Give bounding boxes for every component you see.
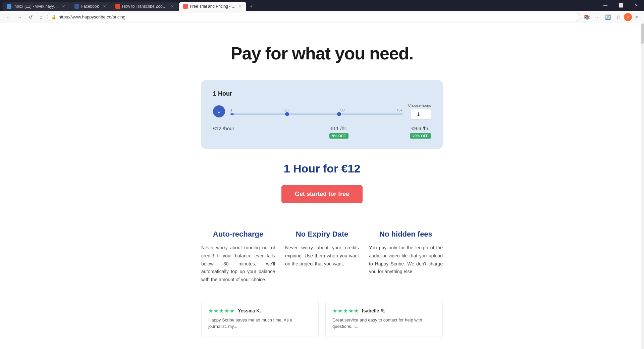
- tab-favicon-facebook: [74, 4, 79, 9]
- window-controls: — ⬜ ✕: [598, 0, 644, 11]
- stars-yessica: ★ ★ ★ ★ ★: [208, 308, 234, 314]
- minimize-button[interactable]: —: [598, 0, 613, 11]
- star-i-2: ★: [338, 308, 342, 314]
- tab-close-pricing[interactable]: ✕: [238, 4, 242, 9]
- slider-dot-25: [285, 112, 289, 116]
- stars-isabelle: ★ ★ ★ ★ ★: [332, 308, 359, 314]
- page-title: Pay for what you need.: [201, 43, 443, 63]
- pricing-tiers: €12 /hour €11 /hr. 9% OFF €9.6 /hr. 20% …: [213, 126, 431, 139]
- tab-pricing[interactable]: Free Trial and Pricing - Transc... ✕: [179, 2, 246, 11]
- bookmarks-button[interactable]: 📚: [582, 13, 592, 21]
- feature-title-auto-recharge: Auto-recharge: [201, 230, 275, 239]
- tab-facebook[interactable]: Facebook ✕: [70, 2, 111, 11]
- main-section: Pay for what you need. 1 Hour ‹ › 1 25 5…: [195, 23, 449, 349]
- review-text-yessica: Happy Scribe saves me so much time. As a…: [208, 317, 312, 330]
- star-5: ★: [230, 308, 234, 314]
- features-section: Auto-recharge Never worry about running …: [201, 223, 443, 301]
- slider-markers: 1 25 50 75+: [230, 108, 403, 112]
- star-i-4: ★: [348, 308, 353, 314]
- new-tab-button[interactable]: +: [247, 2, 255, 11]
- slider-row: ‹ › 1 25 50 75+: [213, 103, 431, 119]
- feature-no-hidden-fees: No hidden fees You pay only for the leng…: [369, 230, 443, 284]
- cta-button[interactable]: Get started for free: [281, 185, 363, 203]
- tier-11: €11 /hr. 9% OFF: [329, 126, 348, 139]
- forward-button[interactable]: →: [15, 13, 24, 21]
- feature-desc-auto-recharge: Never worry about running out of credit!…: [201, 244, 275, 284]
- choose-hours-input: Choose hours: [408, 103, 431, 119]
- browser-toolbar: ← → ↺ ⌂ 🔒 📚 ⋯ 🔄 ☆ V ≡: [0, 11, 644, 23]
- star-2: ★: [214, 308, 218, 314]
- tab-label-zoom: How to Transcribe Zoom Reco...: [122, 4, 168, 9]
- tab-label-facebook: Facebook: [81, 4, 100, 9]
- slider-track[interactable]: [230, 113, 403, 115]
- address-bar: 🔒: [47, 13, 579, 21]
- sync-icon[interactable]: 🔄: [603, 13, 613, 21]
- feature-desc-no-hidden-fees: You pay only for the length of the audio…: [369, 244, 443, 276]
- marker-1: 1: [230, 108, 232, 112]
- review-text-isabelle: Great service and easy to contact for he…: [332, 317, 436, 330]
- marker-50: 50: [340, 108, 344, 112]
- chevron-right-icon: ›: [219, 109, 221, 114]
- tab-label-pricing: Free Trial and Pricing - Transc...: [190, 4, 236, 9]
- pricing-summary: 1 Hour for €12: [201, 162, 443, 175]
- reload-button[interactable]: ↺: [27, 13, 35, 21]
- close-button[interactable]: ✕: [629, 0, 644, 11]
- feature-desc-no-expiry: Never worry about your credits expiring.…: [285, 244, 359, 268]
- hours-input[interactable]: [411, 109, 431, 119]
- user-avatar: V: [624, 13, 632, 21]
- maximize-button[interactable]: ⬜: [613, 0, 629, 11]
- star-4: ★: [224, 308, 229, 314]
- star-i-3: ★: [343, 308, 348, 314]
- reviews-section: ★ ★ ★ ★ ★ Yessica K. Happy Scribe saves …: [201, 301, 443, 344]
- star-i-5: ★: [354, 308, 359, 314]
- lock-icon: 🔒: [51, 15, 56, 19]
- tier-badge-20: 20% OFF: [410, 133, 431, 139]
- feature-title-no-expiry: No Expiry Date: [285, 230, 359, 239]
- extensions-button[interactable]: ⋯: [593, 13, 602, 21]
- hours-label: 1 Hour: [213, 90, 431, 97]
- tab-favicon-zoom: [115, 4, 120, 9]
- review-header-isabelle: ★ ★ ★ ★ ★ Isabelle R.: [332, 308, 436, 314]
- tab-favicon-pricing: [183, 4, 188, 9]
- tab-inbox[interactable]: Inbox (11) - vivek.nayyar1107@... ✕: [3, 2, 70, 11]
- url-input[interactable]: [58, 14, 575, 19]
- feature-no-expiry: No Expiry Date Never worry about your cr…: [285, 230, 359, 284]
- star-3: ★: [219, 308, 224, 314]
- tier-9-6: €9.6 /hr. 20% OFF: [410, 126, 431, 139]
- tab-close-zoom[interactable]: ✕: [170, 4, 174, 9]
- back-button[interactable]: ←: [4, 13, 13, 21]
- scrollbar-thumb[interactable]: [641, 23, 644, 44]
- star-1: ★: [208, 308, 213, 314]
- marker-25: 25: [284, 108, 288, 112]
- tier-badge-9: 9% OFF: [329, 133, 348, 139]
- reviewer-name-isabelle: Isabelle R.: [362, 308, 385, 313]
- tier-12: €12 /hour: [213, 126, 234, 139]
- slider-track-container: 1 25 50 75+: [230, 108, 403, 115]
- menu-button[interactable]: ≡: [633, 13, 640, 21]
- slider-handle[interactable]: ‹ ›: [213, 105, 225, 117]
- toolbar-actions: 📚 ⋯ 🔄 ☆ V ≡: [582, 13, 640, 21]
- feature-auto-recharge: Auto-recharge Never worry about running …: [201, 230, 275, 284]
- summary-text: 1 Hour for €12: [201, 162, 443, 175]
- reviewer-name-yessica: Yessica K.: [238, 308, 261, 313]
- review-yessica: ★ ★ ★ ★ ★ Yessica K. Happy Scribe saves …: [201, 301, 319, 337]
- tier-price-12: €12 /hour: [213, 126, 234, 131]
- slider-fill: [230, 113, 234, 115]
- choose-hours-label: Choose hours: [408, 103, 431, 107]
- scrollbar[interactable]: [641, 23, 644, 349]
- tab-close-inbox[interactable]: ✕: [61, 4, 66, 9]
- tab-favicon-inbox: [7, 4, 11, 9]
- tier-price-9-6: €9.6 /hr.: [411, 126, 429, 131]
- tab-close-facebook[interactable]: ✕: [102, 4, 107, 9]
- tab-zoom[interactable]: How to Transcribe Zoom Reco... ✕: [111, 2, 178, 11]
- review-isabelle: ★ ★ ★ ★ ★ Isabelle R. Great service and …: [325, 301, 443, 337]
- star-i-1: ★: [332, 308, 337, 314]
- tier-price-11: €11 /hr.: [330, 126, 347, 131]
- tab-label-inbox: Inbox (11) - vivek.nayyar1107@...: [13, 4, 59, 9]
- home-button[interactable]: ⌂: [38, 13, 44, 21]
- browser-chrome: Inbox (11) - vivek.nayyar1107@... ✕ Face…: [0, 0, 644, 23]
- marker-75: 75+: [396, 108, 403, 112]
- star-button[interactable]: ☆: [614, 13, 623, 21]
- pricing-card: 1 Hour ‹ › 1 25 50 75+: [201, 80, 443, 149]
- review-header-yessica: ★ ★ ★ ★ ★ Yessica K.: [208, 308, 312, 314]
